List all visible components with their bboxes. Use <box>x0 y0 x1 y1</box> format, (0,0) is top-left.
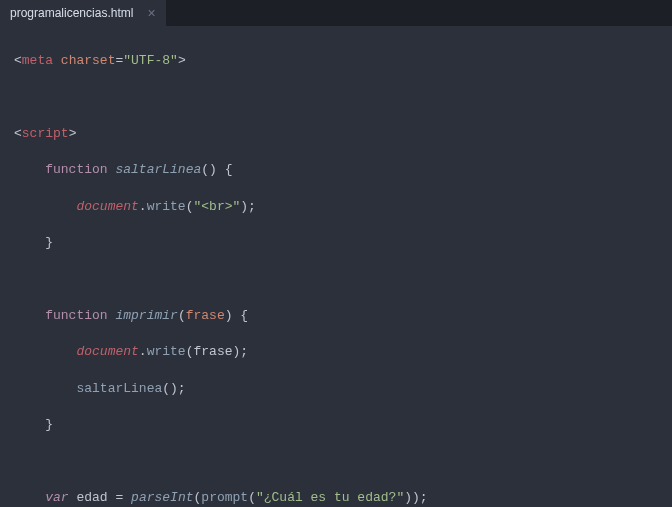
code-line: function saltarLinea() { <box>14 161 672 179</box>
code-line: <meta charset="UTF-8"> <box>14 52 672 70</box>
code-line: document.write(frase); <box>14 343 672 361</box>
tab-filename: programalicencias.html <box>10 6 133 20</box>
code-editor[interactable]: <meta charset="UTF-8"> <script> function… <box>0 26 672 507</box>
code-line <box>14 89 672 107</box>
file-tab[interactable]: programalicencias.html × <box>0 0 166 26</box>
code-line: document.write("<br>"); <box>14 198 672 216</box>
code-line: } <box>14 416 672 434</box>
code-line: } <box>14 234 672 252</box>
tab-bar: programalicencias.html × <box>0 0 672 26</box>
code-line <box>14 453 672 471</box>
code-line: function imprimir(frase) { <box>14 307 672 325</box>
close-icon[interactable]: × <box>147 6 155 20</box>
code-line <box>14 271 672 289</box>
code-line: <script> <box>14 125 672 143</box>
code-line: saltarLinea(); <box>14 380 672 398</box>
code-line: var edad = parseInt(prompt("¿Cuál es tu … <box>14 489 672 507</box>
